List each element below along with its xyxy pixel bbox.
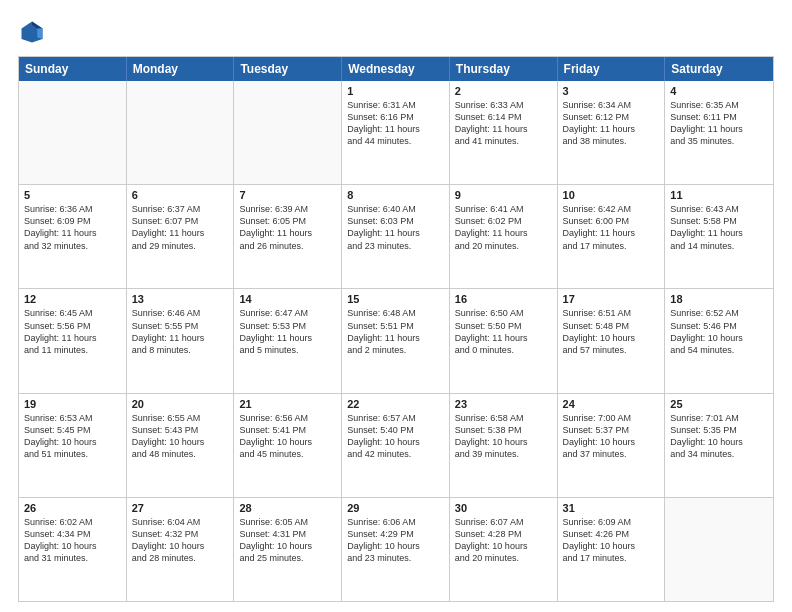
day-number: 3 [563,85,660,97]
calendar-row-3: 19Sunrise: 6:53 AMSunset: 5:45 PMDayligh… [19,393,773,497]
header-day-tuesday: Tuesday [234,57,342,81]
day-info: Sunrise: 6:36 AMSunset: 6:09 PMDaylight:… [24,203,121,252]
day-number: 9 [455,189,552,201]
calendar-cell: 7Sunrise: 6:39 AMSunset: 6:05 PMDaylight… [234,185,342,288]
calendar-cell [234,81,342,184]
logo-icon [18,18,46,46]
day-number: 2 [455,85,552,97]
day-number: 5 [24,189,121,201]
calendar-cell: 25Sunrise: 7:01 AMSunset: 5:35 PMDayligh… [665,394,773,497]
day-info: Sunrise: 6:31 AMSunset: 6:16 PMDaylight:… [347,99,444,148]
calendar-row-0: 1Sunrise: 6:31 AMSunset: 6:16 PMDaylight… [19,81,773,184]
page: SundayMondayTuesdayWednesdayThursdayFrid… [0,0,792,612]
calendar-cell: 1Sunrise: 6:31 AMSunset: 6:16 PMDaylight… [342,81,450,184]
calendar-cell: 24Sunrise: 7:00 AMSunset: 5:37 PMDayligh… [558,394,666,497]
day-number: 24 [563,398,660,410]
calendar-header: SundayMondayTuesdayWednesdayThursdayFrid… [19,57,773,81]
day-info: Sunrise: 6:42 AMSunset: 6:00 PMDaylight:… [563,203,660,252]
calendar-cell: 5Sunrise: 6:36 AMSunset: 6:09 PMDaylight… [19,185,127,288]
calendar-cell: 20Sunrise: 6:55 AMSunset: 5:43 PMDayligh… [127,394,235,497]
day-number: 21 [239,398,336,410]
day-info: Sunrise: 6:53 AMSunset: 5:45 PMDaylight:… [24,412,121,461]
calendar-body: 1Sunrise: 6:31 AMSunset: 6:16 PMDaylight… [19,81,773,601]
day-info: Sunrise: 6:50 AMSunset: 5:50 PMDaylight:… [455,307,552,356]
day-number: 14 [239,293,336,305]
day-number: 19 [24,398,121,410]
calendar-row-1: 5Sunrise: 6:36 AMSunset: 6:09 PMDaylight… [19,184,773,288]
day-info: Sunrise: 6:07 AMSunset: 4:28 PMDaylight:… [455,516,552,565]
day-number: 18 [670,293,768,305]
day-number: 16 [455,293,552,305]
svg-marker-2 [37,29,42,40]
day-number: 28 [239,502,336,514]
day-info: Sunrise: 6:05 AMSunset: 4:31 PMDaylight:… [239,516,336,565]
logo [18,18,50,46]
calendar-cell: 26Sunrise: 6:02 AMSunset: 4:34 PMDayligh… [19,498,127,601]
calendar-row-4: 26Sunrise: 6:02 AMSunset: 4:34 PMDayligh… [19,497,773,601]
day-info: Sunrise: 6:04 AMSunset: 4:32 PMDaylight:… [132,516,229,565]
calendar-cell: 8Sunrise: 6:40 AMSunset: 6:03 PMDaylight… [342,185,450,288]
day-number: 29 [347,502,444,514]
calendar-cell: 23Sunrise: 6:58 AMSunset: 5:38 PMDayligh… [450,394,558,497]
header-day-friday: Friday [558,57,666,81]
calendar-cell: 11Sunrise: 6:43 AMSunset: 5:58 PMDayligh… [665,185,773,288]
day-number: 27 [132,502,229,514]
day-number: 8 [347,189,444,201]
calendar-cell: 30Sunrise: 6:07 AMSunset: 4:28 PMDayligh… [450,498,558,601]
day-number: 17 [563,293,660,305]
calendar-cell: 3Sunrise: 6:34 AMSunset: 6:12 PMDaylight… [558,81,666,184]
calendar-cell: 13Sunrise: 6:46 AMSunset: 5:55 PMDayligh… [127,289,235,392]
day-info: Sunrise: 6:33 AMSunset: 6:14 PMDaylight:… [455,99,552,148]
calendar-cell [19,81,127,184]
calendar-cell: 27Sunrise: 6:04 AMSunset: 4:32 PMDayligh… [127,498,235,601]
calendar-cell: 10Sunrise: 6:42 AMSunset: 6:00 PMDayligh… [558,185,666,288]
calendar-cell: 18Sunrise: 6:52 AMSunset: 5:46 PMDayligh… [665,289,773,392]
day-info: Sunrise: 6:55 AMSunset: 5:43 PMDaylight:… [132,412,229,461]
day-number: 22 [347,398,444,410]
day-number: 12 [24,293,121,305]
day-info: Sunrise: 6:57 AMSunset: 5:40 PMDaylight:… [347,412,444,461]
day-info: Sunrise: 6:47 AMSunset: 5:53 PMDaylight:… [239,307,336,356]
calendar-cell: 29Sunrise: 6:06 AMSunset: 4:29 PMDayligh… [342,498,450,601]
header-day-monday: Monday [127,57,235,81]
calendar-row-2: 12Sunrise: 6:45 AMSunset: 5:56 PMDayligh… [19,288,773,392]
day-info: Sunrise: 6:56 AMSunset: 5:41 PMDaylight:… [239,412,336,461]
day-number: 11 [670,189,768,201]
calendar-cell: 4Sunrise: 6:35 AMSunset: 6:11 PMDaylight… [665,81,773,184]
day-info: Sunrise: 6:41 AMSunset: 6:02 PMDaylight:… [455,203,552,252]
calendar-cell: 31Sunrise: 6:09 AMSunset: 4:26 PMDayligh… [558,498,666,601]
day-number: 23 [455,398,552,410]
day-info: Sunrise: 6:39 AMSunset: 6:05 PMDaylight:… [239,203,336,252]
day-number: 13 [132,293,229,305]
header-day-thursday: Thursday [450,57,558,81]
calendar-cell: 15Sunrise: 6:48 AMSunset: 5:51 PMDayligh… [342,289,450,392]
day-number: 25 [670,398,768,410]
calendar-cell: 17Sunrise: 6:51 AMSunset: 5:48 PMDayligh… [558,289,666,392]
day-info: Sunrise: 6:40 AMSunset: 6:03 PMDaylight:… [347,203,444,252]
calendar-cell: 2Sunrise: 6:33 AMSunset: 6:14 PMDaylight… [450,81,558,184]
calendar-cell: 16Sunrise: 6:50 AMSunset: 5:50 PMDayligh… [450,289,558,392]
day-number: 26 [24,502,121,514]
calendar: SundayMondayTuesdayWednesdayThursdayFrid… [18,56,774,602]
header [18,18,774,46]
day-info: Sunrise: 6:45 AMSunset: 5:56 PMDaylight:… [24,307,121,356]
day-info: Sunrise: 6:43 AMSunset: 5:58 PMDaylight:… [670,203,768,252]
day-info: Sunrise: 7:00 AMSunset: 5:37 PMDaylight:… [563,412,660,461]
calendar-cell: 6Sunrise: 6:37 AMSunset: 6:07 PMDaylight… [127,185,235,288]
day-info: Sunrise: 7:01 AMSunset: 5:35 PMDaylight:… [670,412,768,461]
calendar-cell [127,81,235,184]
day-info: Sunrise: 6:34 AMSunset: 6:12 PMDaylight:… [563,99,660,148]
calendar-cell: 28Sunrise: 6:05 AMSunset: 4:31 PMDayligh… [234,498,342,601]
day-info: Sunrise: 6:37 AMSunset: 6:07 PMDaylight:… [132,203,229,252]
day-number: 30 [455,502,552,514]
day-number: 4 [670,85,768,97]
day-info: Sunrise: 6:35 AMSunset: 6:11 PMDaylight:… [670,99,768,148]
day-number: 20 [132,398,229,410]
day-info: Sunrise: 6:46 AMSunset: 5:55 PMDaylight:… [132,307,229,356]
header-day-saturday: Saturday [665,57,773,81]
day-info: Sunrise: 6:48 AMSunset: 5:51 PMDaylight:… [347,307,444,356]
day-number: 10 [563,189,660,201]
day-info: Sunrise: 6:02 AMSunset: 4:34 PMDaylight:… [24,516,121,565]
day-info: Sunrise: 6:51 AMSunset: 5:48 PMDaylight:… [563,307,660,356]
day-number: 7 [239,189,336,201]
